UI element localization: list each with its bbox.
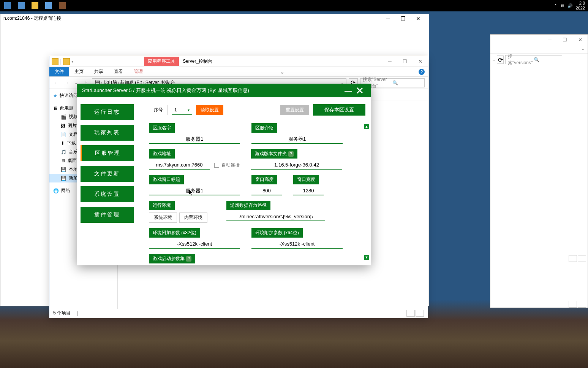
chevron-down-icon: ▾ <box>188 108 190 112</box>
svg-rect-3 <box>45 2 52 9</box>
window-height-label: 窗口高度 <box>251 175 277 184</box>
help-icon[interactable]: ? <box>288 151 294 157</box>
save-settings-button[interactable]: 保存本区设置 <box>313 104 365 116</box>
sl-nav-log[interactable]: 运行日志 <box>81 104 134 120</box>
rdp-close-button[interactable]: ✕ <box>411 14 426 23</box>
taskbar-clock[interactable]: 2:0 2022 <box>576 1 585 11</box>
sl-nav-players[interactable]: 玩家列表 <box>81 125 134 141</box>
ribbon-expand-icon[interactable]: ⌄ <box>280 68 285 75</box>
view-icons-button[interactable] <box>578 255 586 262</box>
env-args-32-label: 环境附加参数 (x32位) <box>149 228 200 238</box>
explorer2-window: ─ ☐ ✕ ⌄ ⌄ ⟳ 搜索"versions" 🔍 <box>490 34 588 308</box>
sl-nav-update[interactable]: 文件更新 <box>81 166 134 182</box>
rdp-minimize-button[interactable]: ─ <box>380 14 395 23</box>
data-path-input[interactable] <box>226 213 325 221</box>
window-title-input[interactable] <box>149 187 240 195</box>
svg-rect-2 <box>32 2 38 9</box>
runtime-system-button[interactable]: 系统环境 <box>149 213 177 223</box>
zone-desc-input[interactable] <box>251 135 343 144</box>
window-title-label: 游戏窗口标题 <box>149 175 184 184</box>
taskbar-app-1[interactable] <box>1 0 14 11</box>
env-args-64-input[interactable] <box>251 240 343 249</box>
index-label: 序号 <box>149 105 168 115</box>
sl-scrollbar[interactable]: ▲ ▼ <box>364 124 369 260</box>
svg-rect-1 <box>18 2 25 9</box>
rdp-title: n.com:21846 - 远程桌面连接 <box>3 15 380 22</box>
ribbon-share[interactable]: 共享 <box>89 67 109 76</box>
zone-name-label: 区服名字 <box>149 123 175 133</box>
tray-volume-icon[interactable]: 🔊 <box>567 3 573 8</box>
reset-settings-button[interactable]: 重置设置 <box>280 105 309 115</box>
help-icon[interactable]: ? <box>419 69 425 75</box>
ribbon-expand-icon[interactable]: ⌄ <box>581 46 585 51</box>
help-icon[interactable]: ? <box>186 256 191 262</box>
sl-content: 序号 1 ▾ 读取设置 重置设置 保存本区设置 区服名字 区服介绍 <box>138 97 371 265</box>
explorer-titlebar[interactable]: | ▾ 应用程序工具 Server_控制台 ─ ☐ ✕ <box>49 56 428 67</box>
rdp-titlebar[interactable]: n.com:21846 - 远程桌面连接 ─ ❐ ✕ <box>0 14 429 23</box>
explorer-statusbar: 5 个项目 | <box>49 308 428 318</box>
auto-connect-label: 自动连接 <box>221 162 240 168</box>
explorer2-minimize-button[interactable]: ─ <box>542 35 557 44</box>
explorer2-search-input[interactable]: 搜索"versions" 🔍 <box>505 55 562 64</box>
window-width-label: 窗口宽度 <box>293 175 319 184</box>
zone-desc-label: 区服介绍 <box>251 123 277 133</box>
explorer2-close-button[interactable]: ✕ <box>572 35 588 44</box>
ribbon-manage[interactable]: 管理 <box>128 67 148 76</box>
window-height-input[interactable] <box>251 187 282 195</box>
app-tools-tab[interactable]: 应用程序工具 <box>144 57 179 66</box>
sl-close-button[interactable] <box>354 85 365 96</box>
explorer-maximize-button[interactable]: ☐ <box>397 57 413 67</box>
view-details-button[interactable] <box>569 255 577 262</box>
ribbon-home[interactable]: 主页 <box>69 67 89 76</box>
view-details-button-2[interactable] <box>569 301 577 308</box>
nav-forward-icon[interactable]: → <box>62 79 70 87</box>
explorer2-maximize-button[interactable]: ☐ <box>557 35 572 44</box>
auto-connect-checkbox[interactable] <box>214 163 219 168</box>
explorer-ribbon: 文件 主页 共享 查看 管理 ⌄ ? <box>49 67 428 77</box>
breadcrumb-chevron[interactable]: ⌄ <box>492 57 495 62</box>
view-icons-button[interactable] <box>416 310 424 317</box>
sl-title: StarLauncher Server 5 / 开服主机一响.祝你日入黄金万两 … <box>82 87 343 94</box>
taskbar-app-3[interactable] <box>28 0 42 11</box>
sl-nav-zones[interactable]: 区服管理 <box>81 145 134 161</box>
sl-nav-plugins[interactable]: 插件管理 <box>81 207 134 223</box>
explorer-minimize-button[interactable]: ─ <box>382 57 397 67</box>
ribbon-view[interactable]: 查看 <box>109 67 128 76</box>
window-width-input[interactable] <box>293 187 324 195</box>
view-icons-button-2[interactable] <box>578 301 586 308</box>
search-icon: 🔍 <box>392 80 422 86</box>
qat-icon[interactable] <box>63 58 70 65</box>
game-addr-input[interactable] <box>149 161 210 170</box>
nav-back-icon[interactable]: ← <box>52 79 60 87</box>
explorer-close-button[interactable]: ✕ <box>413 57 428 67</box>
tray-monitor-icon[interactable]: 🖥 <box>560 3 564 8</box>
runtime-builtin-button[interactable]: 内置环境 <box>179 213 207 223</box>
sl-nav-settings[interactable]: 系统设置 <box>81 186 134 202</box>
tray-chevron-icon[interactable]: ⌃ <box>554 3 557 8</box>
taskbar: ⌃ 🖥 🔊 2:0 2022 <box>0 0 588 11</box>
scroll-up-icon[interactable]: ▲ <box>364 124 369 129</box>
search-icon: 🔍 <box>534 57 560 62</box>
explorer-icon <box>52 58 58 65</box>
qat-divider: | <box>60 58 62 65</box>
zone-name-input[interactable] <box>149 135 240 144</box>
sl-minimize-button[interactable]: — <box>343 85 354 96</box>
rdp-maximize-button[interactable]: ❐ <box>395 14 411 23</box>
ribbon-file[interactable]: 文件 <box>49 67 69 76</box>
qat-chevron[interactable]: ▾ <box>71 59 73 63</box>
read-settings-button[interactable]: 读取设置 <box>196 105 223 115</box>
starlauncher-window: StarLauncher Server 5 / 开服主机一响.祝你日入黄金万两 … <box>77 84 371 265</box>
taskbar-app-5[interactable] <box>55 0 69 11</box>
sl-titlebar[interactable]: StarLauncher Server 5 / 开服主机一响.祝你日入黄金万两 … <box>77 84 371 97</box>
scroll-down-icon[interactable]: ▼ <box>364 255 369 260</box>
taskbar-app-2[interactable] <box>14 0 28 11</box>
view-details-button[interactable] <box>406 310 415 317</box>
env-args-32-input[interactable] <box>149 240 240 249</box>
refresh-button[interactable]: ⟳ <box>497 56 504 64</box>
version-folder-label: 游戏版本文件夹 ? <box>251 149 297 159</box>
version-folder-input[interactable] <box>251 161 342 170</box>
taskbar-app-4[interactable] <box>42 0 55 11</box>
explorer-window-title: Server_控制台 <box>183 58 212 65</box>
index-select[interactable]: 1 ▾ <box>172 105 192 115</box>
svg-rect-0 <box>4 2 11 9</box>
